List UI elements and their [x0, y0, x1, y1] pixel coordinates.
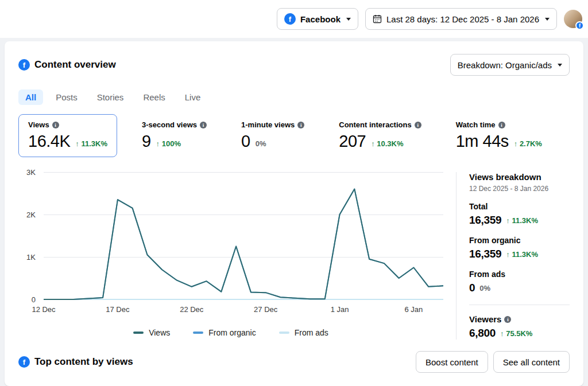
metric-label: 1-minute viewsi — [241, 120, 304, 129]
tab-reels[interactable]: Reels — [136, 89, 172, 105]
x-axis-label: 12 Dec — [32, 305, 55, 314]
info-icon[interactable]: i — [297, 122, 304, 128]
metric-label-text: 1-minute views — [241, 120, 295, 129]
breakdown-stat-label: Viewersi — [469, 314, 570, 324]
change-indicator: ↑ 100% — [156, 139, 181, 150]
legend-label: From ads — [295, 328, 328, 337]
breakdown-stat-value-row: 00% — [469, 282, 570, 294]
tab-posts[interactable]: Posts — [49, 89, 84, 105]
info-icon[interactable]: i — [504, 316, 511, 323]
page-selector-button[interactable]: f Facebook — [277, 8, 358, 30]
calendar-icon — [373, 14, 382, 24]
metric-value: 1m 44s — [456, 133, 509, 150]
change-indicator: ↑ 11.3K% — [506, 250, 538, 260]
legend-swatch — [279, 332, 289, 334]
legend-swatch — [193, 332, 203, 334]
views-chart-plot[interactable] — [44, 172, 443, 299]
breakdown-stat-from-organic: From organic16,359↑ 11.3K% — [469, 236, 570, 260]
chevron-down-icon — [545, 18, 550, 21]
topbar: f Facebook Last 28 days: 12 Dec 2025 - 8… — [0, 0, 588, 38]
tab-stories[interactable]: Stories — [90, 89, 131, 105]
change-indicator: 0% — [256, 139, 266, 150]
breakdown-stat-value-row: 16,359↑ 11.3K% — [469, 248, 570, 260]
date-range-button[interactable]: Last 28 days: 12 Dec 2025 - 8 Jan 2026 — [365, 8, 557, 30]
breakdown-stat-label-text: Total — [469, 202, 488, 211]
content-overview-card: f Content overview Breakdown: Organic/ad… — [5, 41, 583, 386]
page-background: f Content overview Breakdown: Organic/ad… — [0, 38, 588, 386]
chevron-down-icon — [558, 64, 562, 67]
change-indicator: ↑ 75.5K% — [500, 329, 532, 340]
metric-value: 16.4K — [28, 133, 70, 150]
change-indicator: ↑ 11.3K% — [506, 216, 538, 227]
views-chart-svg — [44, 172, 443, 299]
metric-card-watch-time[interactable]: Watch timei1m 44s↑ 2.7K% — [446, 114, 552, 157]
breakdown-dropdown[interactable]: Breakdown: Organic/ads — [450, 54, 570, 76]
title-row: f Top content by views — [18, 356, 133, 368]
facebook-icon: f — [18, 356, 30, 368]
legend-item-from-organic[interactable]: From organic — [193, 328, 256, 337]
change-indicator: ↑ 10.3K% — [371, 139, 403, 150]
x-axis: 12 Dec17 Dec22 Dec27 Dec1 Jan6 Jan — [44, 305, 443, 317]
breakdown-dropdown-label: Breakdown: Organic/ads — [458, 60, 552, 70]
breakdown-stat-label-text: Viewers — [469, 314, 501, 324]
breakdown-stat-total: Total16,359↑ 11.3K% — [469, 202, 570, 227]
tab-live[interactable]: Live — [178, 89, 208, 105]
metric-card-content-interactions[interactable]: Content interactionsi207↑ 10.3K% — [329, 114, 431, 157]
metric-label-text: 3-second views — [142, 120, 197, 129]
metric-value: 9 — [142, 133, 151, 150]
breakdown-stat-label: From ads — [469, 270, 570, 279]
chevron-down-icon — [346, 18, 351, 21]
metric-card-1-minute-views[interactable]: 1-minute viewsi00% — [231, 114, 314, 157]
metric-card-3-second-views[interactable]: 3-second viewsi9↑ 100% — [132, 114, 216, 157]
viewers-stat: Viewersi6,800↑ 75.5K% — [469, 314, 570, 340]
legend-swatch — [133, 332, 144, 334]
series-line-from-organic — [44, 189, 443, 299]
y-axis-label: 2K — [26, 210, 36, 219]
series-line-views — [44, 189, 443, 299]
x-axis-label: 1 Jan — [331, 305, 349, 314]
profile-avatar[interactable]: f — [564, 10, 582, 28]
sidebar-divider — [469, 305, 570, 305]
x-axis-label: 22 Dec — [180, 305, 203, 314]
title-row: f Content overview — [18, 59, 116, 71]
y-axis-label: 3K — [26, 168, 36, 177]
chart-column: 3K2K1K0 12 Dec17 Dec22 Dec27 Dec1 Jan6 J… — [18, 172, 443, 340]
breakdown-stat-value: 16,359 — [469, 248, 501, 260]
boost-content-button[interactable]: Boost content — [416, 351, 488, 373]
breakdown-stat-label-text: From organic — [469, 236, 520, 245]
footer-buttons: Boost content See all content — [416, 351, 570, 373]
breakdown-stat-label: Total — [469, 202, 570, 211]
legend-label: Views — [149, 328, 170, 337]
legend-item-from-ads[interactable]: From ads — [279, 328, 328, 337]
facebook-icon: f — [18, 59, 30, 71]
breakdown-stat-value: 0 — [469, 282, 475, 294]
metric-card-views[interactable]: Viewsi16.4K↑ 11.3K% — [18, 114, 117, 157]
chart-legend: ViewsFrom organicFrom ads — [18, 328, 443, 337]
see-all-content-button[interactable]: See all content — [493, 351, 570, 373]
breakdown-stat-label-text: From ads — [469, 270, 505, 279]
breakdown-stats: Total16,359↑ 11.3K%From organic16,359↑ 1… — [469, 202, 570, 294]
info-icon[interactable]: i — [52, 122, 59, 128]
breakdown-stat-viewers: Viewersi6,800↑ 75.5K% — [469, 314, 570, 340]
breakdown-stat-value: 6,800 — [469, 327, 496, 340]
top-content-title: Top content by views — [34, 356, 133, 368]
change-indicator: 0% — [479, 284, 490, 294]
legend-item-views[interactable]: Views — [133, 328, 170, 337]
x-axis-label: 17 Dec — [106, 305, 129, 314]
x-axis-label: 27 Dec — [254, 305, 277, 314]
tab-all[interactable]: All — [18, 89, 43, 105]
metric-label: Watch timei — [456, 120, 542, 129]
change-indicator: ↑ 11.3K% — [75, 139, 107, 150]
metric-value: 207 — [339, 133, 366, 150]
metric-value-row: 1m 44s↑ 2.7K% — [456, 133, 542, 150]
metric-label: Viewsi — [28, 120, 107, 129]
breakdown-stat-label: From organic — [469, 236, 570, 245]
breakdown-date-range: 12 Dec 2025 - 8 Jan 2026 — [469, 185, 570, 193]
metric-label-text: Watch time — [456, 120, 496, 129]
info-icon[interactable]: i — [200, 122, 207, 128]
y-axis-label: 0 — [32, 295, 36, 304]
info-icon[interactable]: i — [498, 122, 505, 128]
info-icon[interactable]: i — [415, 122, 421, 128]
views-chart: 3K2K1K0 — [18, 172, 443, 299]
facebook-badge-icon: f — [575, 21, 584, 30]
